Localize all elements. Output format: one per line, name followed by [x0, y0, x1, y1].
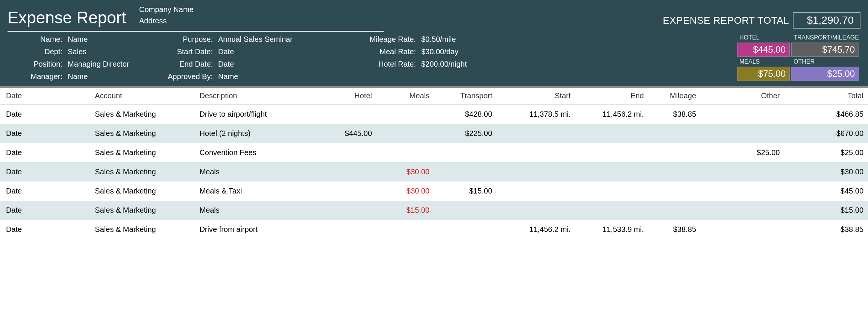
cell-transport[interactable]: $225.00	[434, 124, 497, 143]
cell-mileage[interactable]: $38.85	[648, 104, 701, 124]
other-sum-label: OTHER	[791, 58, 859, 65]
cell-transport[interactable]	[434, 220, 497, 239]
col-account: Account	[89, 88, 193, 104]
cell-end[interactable]: 11,533.9 mi.	[575, 220, 648, 239]
cell-description[interactable]: Meals & Taxi	[193, 181, 314, 201]
cell-hotel[interactable]: $445.00	[314, 124, 376, 143]
end-date-label: End Date:	[143, 60, 218, 69]
cell-other[interactable]	[701, 220, 784, 239]
cell-mileage[interactable]	[648, 201, 701, 220]
cell-mileage[interactable]	[648, 143, 701, 162]
cell-date[interactable]: Date	[0, 201, 89, 220]
cell-hotel[interactable]	[314, 220, 376, 239]
cell-mileage[interactable]	[648, 124, 701, 143]
cell-description[interactable]: Meals	[193, 201, 314, 220]
cell-total[interactable]: $30.00	[784, 162, 868, 181]
manager-value: Name	[68, 72, 143, 81]
cell-total[interactable]: $38.85	[784, 220, 868, 239]
cell-end[interactable]	[575, 124, 648, 143]
meals-sum-value: $75.00	[737, 67, 790, 81]
cell-hotel[interactable]	[314, 162, 376, 181]
cell-description[interactable]: Drive from airport	[193, 220, 314, 239]
cell-hotel[interactable]	[314, 104, 376, 124]
cell-meals[interactable]	[376, 124, 434, 143]
cell-transport[interactable]	[434, 162, 497, 181]
transport-sum-label: TRANSPORT/MILEAGE	[791, 34, 859, 41]
cell-start[interactable]	[497, 143, 575, 162]
table-row[interactable]: DateSales & MarketingMeals$15.00$15.00	[0, 201, 868, 220]
table-row[interactable]: DateSales & MarketingHotel (2 nights)$44…	[0, 124, 868, 143]
cell-hotel[interactable]	[314, 143, 376, 162]
cell-other[interactable]	[701, 201, 784, 220]
cell-other[interactable]	[701, 104, 784, 124]
cell-meals[interactable]	[376, 143, 434, 162]
cell-transport[interactable]: $15.00	[434, 181, 497, 201]
cell-account[interactable]: Sales & Marketing	[89, 124, 193, 143]
cell-account[interactable]: Sales & Marketing	[89, 181, 193, 201]
cell-meals[interactable]	[376, 220, 434, 239]
cell-other[interactable]	[701, 124, 784, 143]
name-label: Name:	[8, 35, 68, 44]
cell-end[interactable]: 11,456.2 mi.	[575, 104, 648, 124]
cell-date[interactable]: Date	[0, 162, 89, 181]
cell-description[interactable]: Hotel (2 nights)	[193, 124, 314, 143]
cell-date[interactable]: Date	[0, 181, 89, 201]
cell-end[interactable]	[575, 201, 648, 220]
cell-transport[interactable]: $428.00	[434, 104, 497, 124]
table-row[interactable]: DateSales & MarketingConvention Fees$25.…	[0, 143, 868, 162]
cell-description[interactable]: Convention Fees	[193, 143, 314, 162]
cell-start[interactable]: 11,378.5 mi.	[497, 104, 575, 124]
cell-account[interactable]: Sales & Marketing	[89, 104, 193, 124]
cell-start[interactable]	[497, 162, 575, 181]
cell-hotel[interactable]	[314, 201, 376, 220]
cell-account[interactable]: Sales & Marketing	[89, 162, 193, 181]
cell-meals[interactable]	[376, 104, 434, 124]
expense-table: Date Account Description Hotel Meals Tra…	[0, 88, 868, 239]
cell-description[interactable]: Drive to airport/flight	[193, 104, 314, 124]
cell-date[interactable]: Date	[0, 124, 89, 143]
cell-total[interactable]: $15.00	[784, 201, 868, 220]
cell-date[interactable]: Date	[0, 143, 89, 162]
cell-account[interactable]: Sales & Marketing	[89, 220, 193, 239]
meal-rate-value: $30.00/day	[421, 47, 496, 56]
cell-mileage[interactable]	[648, 181, 701, 201]
cell-total[interactable]: $670.00	[784, 124, 868, 143]
cell-other[interactable]: $25.00	[701, 143, 784, 162]
cell-end[interactable]	[575, 143, 648, 162]
table-row[interactable]: DateSales & MarketingDrive to airport/fl…	[0, 104, 868, 124]
col-other: Other	[701, 88, 784, 104]
cell-mileage[interactable]	[648, 162, 701, 181]
cell-meals[interactable]: $30.00	[376, 162, 434, 181]
col-date: Date	[0, 88, 89, 104]
cell-account[interactable]: Sales & Marketing	[89, 143, 193, 162]
table-row[interactable]: DateSales & MarketingMeals & Taxi$30.00$…	[0, 181, 868, 201]
grand-total: EXPENSE REPORT TOTAL $1,290.70	[663, 3, 860, 29]
end-date-value: Date	[218, 60, 338, 69]
cell-meals[interactable]: $30.00	[376, 181, 434, 201]
cell-meals[interactable]: $15.00	[376, 201, 434, 220]
cell-end[interactable]	[575, 181, 648, 201]
cell-start[interactable]	[497, 124, 575, 143]
cell-end[interactable]	[575, 162, 648, 181]
cell-other[interactable]	[701, 181, 784, 201]
cell-total[interactable]: $25.00	[784, 143, 868, 162]
table-row[interactable]: DateSales & MarketingMeals$30.00$30.00	[0, 162, 868, 181]
cell-hotel[interactable]	[314, 181, 376, 201]
table-row[interactable]: DateSales & MarketingDrive from airport1…	[0, 220, 868, 239]
cell-start[interactable]: 11,456.2 mi.	[497, 220, 575, 239]
cell-account[interactable]: Sales & Marketing	[89, 201, 193, 220]
cell-total[interactable]: $45.00	[784, 181, 868, 201]
cell-date[interactable]: Date	[0, 220, 89, 239]
cell-transport[interactable]	[434, 143, 497, 162]
cell-transport[interactable]	[434, 201, 497, 220]
page-title: Expense Report	[8, 3, 139, 27]
cell-description[interactable]: Meals	[193, 162, 314, 181]
hotel-rate-value: $200.00/night	[421, 60, 496, 69]
cell-start[interactable]	[497, 201, 575, 220]
cell-other[interactable]	[701, 162, 784, 181]
mileage-rate-label: Mileage Rate:	[338, 35, 421, 44]
cell-date[interactable]: Date	[0, 104, 89, 124]
cell-start[interactable]	[497, 181, 575, 201]
cell-mileage[interactable]: $38.85	[648, 220, 701, 239]
cell-total[interactable]: $466.85	[784, 104, 868, 124]
